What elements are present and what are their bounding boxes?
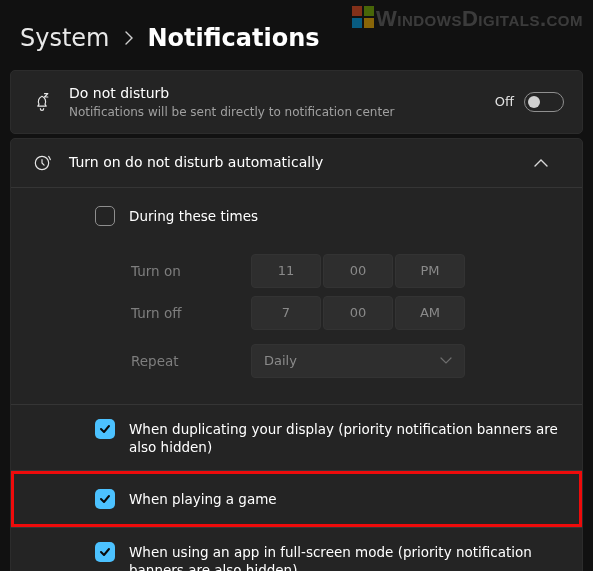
bell-snooze-icon xyxy=(29,92,55,112)
dnd-auto-title: Turn on do not disturb automatically xyxy=(69,154,534,172)
chevron-right-icon xyxy=(124,31,134,45)
option-duplicating-display[interactable]: When duplicating your display (priority … xyxy=(11,405,582,470)
dnd-auto-header[interactable]: Turn on do not disturb automatically xyxy=(11,139,582,187)
repeat-value: Daily xyxy=(264,353,297,368)
turn-off-hour[interactable]: 7 xyxy=(251,296,321,330)
dnd-toggle[interactable] xyxy=(524,92,564,112)
chevron-down-icon xyxy=(440,357,452,365)
chevron-up-icon xyxy=(534,158,564,168)
page-title: Notifications xyxy=(148,24,320,52)
breadcrumb-parent[interactable]: System xyxy=(20,24,110,52)
time-settings: Turn on 11 00 PM Turn off 7 00 AM xyxy=(11,240,582,404)
label-duplicating-display: When duplicating your display (priority … xyxy=(129,419,564,456)
label-fullscreen-app: When using an app in full-screen mode (p… xyxy=(129,542,564,571)
checkbox-fullscreen-app[interactable] xyxy=(95,542,115,562)
turn-off-minute[interactable]: 00 xyxy=(323,296,393,330)
checkbox-during-times[interactable] xyxy=(95,206,115,226)
repeat-select[interactable]: Daily xyxy=(251,344,465,378)
dnd-title: Do not disturb xyxy=(69,85,495,103)
option-playing-game[interactable]: When playing a game xyxy=(11,471,582,527)
dnd-subtitle: Notifications will be sent directly to n… xyxy=(69,105,495,119)
turn-on-hour[interactable]: 11 xyxy=(251,254,321,288)
turn-on-ampm[interactable]: PM xyxy=(395,254,465,288)
option-during-times[interactable]: During these times xyxy=(11,192,582,240)
label-during-times: During these times xyxy=(129,206,258,225)
breadcrumb: System Notifications xyxy=(0,0,593,70)
clock-arrow-icon xyxy=(29,153,55,173)
repeat-label: Repeat xyxy=(131,353,251,369)
dnd-card: Do not disturb Notifications will be sen… xyxy=(10,70,583,134)
turn-on-minute[interactable]: 00 xyxy=(323,254,393,288)
turn-off-label: Turn off xyxy=(131,305,251,321)
turn-off-ampm[interactable]: AM xyxy=(395,296,465,330)
dnd-state-label: Off xyxy=(495,94,514,109)
checkbox-playing-game[interactable] xyxy=(95,489,115,509)
turn-on-label: Turn on xyxy=(131,263,251,279)
label-playing-game: When playing a game xyxy=(129,489,277,508)
option-fullscreen-app[interactable]: When using an app in full-screen mode (p… xyxy=(11,528,582,571)
checkbox-duplicating-display[interactable] xyxy=(95,419,115,439)
dnd-auto-card: Turn on do not disturb automatically Dur… xyxy=(10,138,583,572)
